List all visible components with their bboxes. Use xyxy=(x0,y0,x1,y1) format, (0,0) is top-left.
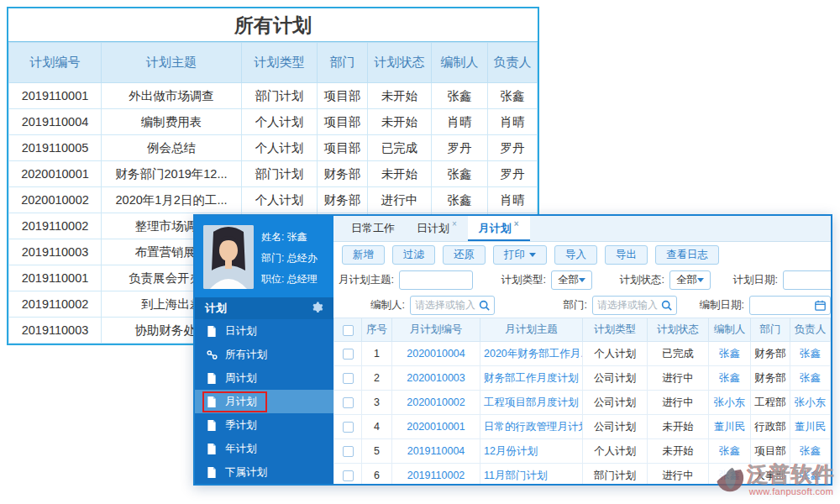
column-header[interactable]: 月计划主题 xyxy=(480,318,583,342)
plan-subject-link[interactable]: 11月部门计划 xyxy=(480,464,583,485)
close-icon[interactable]: × xyxy=(452,219,457,228)
avatar xyxy=(203,225,254,289)
cell: 外出做市场调查 xyxy=(102,83,242,109)
column-header[interactable]: 部门 xyxy=(751,318,790,342)
dept-search[interactable] xyxy=(592,296,677,315)
compile-date-from[interactable] xyxy=(749,296,831,315)
tab-日计划[interactable]: 日计划× xyxy=(406,216,468,241)
plan-type-cell: 公司计划 xyxy=(583,415,648,439)
column-header[interactable]: 计划类型 xyxy=(583,318,648,342)
sidebar-item-年计划[interactable]: 年计划 xyxy=(195,437,333,460)
compiler-link[interactable]: 张鑫 xyxy=(709,342,751,366)
row-select-cell[interactable] xyxy=(334,415,362,439)
checkbox[interactable] xyxy=(343,325,354,336)
plan-status-cell: 未开始 xyxy=(648,439,709,464)
过滤-button[interactable]: 过滤 xyxy=(392,245,435,265)
column-header[interactable]: 月计划编号 xyxy=(392,318,480,342)
compiler-input[interactable] xyxy=(415,299,475,311)
导入-button[interactable]: 导入 xyxy=(554,245,597,265)
sidebar-item-周计划[interactable]: 周计划 xyxy=(195,366,333,390)
owner-link[interactable]: 张鑫 xyxy=(790,439,831,464)
tab-日常工作[interactable]: 日常工作 xyxy=(340,216,406,241)
column-header[interactable]: 计划状态 xyxy=(648,318,709,342)
plan-number-link[interactable]: 2020010001 xyxy=(392,415,480,439)
compile-date-from-input[interactable] xyxy=(754,299,811,311)
row-select-cell[interactable] xyxy=(334,366,362,391)
owner-link[interactable]: 张鑫 xyxy=(790,366,831,391)
cell: 个人计划 xyxy=(242,135,318,161)
checkbox[interactable] xyxy=(343,397,354,408)
sidebar-item-label: 所有计划 xyxy=(225,348,267,362)
cell: 进行中 xyxy=(368,187,432,213)
column-header[interactable]: 序号 xyxy=(362,318,392,342)
plan-number-link[interactable]: 2020010004 xyxy=(392,342,480,366)
compiler-link[interactable]: 张小东 xyxy=(709,391,751,415)
checkbox[interactable] xyxy=(343,373,354,384)
plan-status-cell: 已完成 xyxy=(648,342,709,366)
chevron-down-icon xyxy=(697,278,704,282)
查看日志-button[interactable]: 查看日志 xyxy=(655,245,719,265)
checkbox[interactable] xyxy=(343,349,354,360)
row-select-cell[interactable] xyxy=(334,342,362,366)
sidebar-item-下属计划[interactable]: 下属计划 xyxy=(195,460,333,484)
compiler-search[interactable] xyxy=(410,296,495,315)
sidebar-item-月计划[interactable]: 月计划 xyxy=(195,390,333,413)
calendar-icon[interactable] xyxy=(815,300,826,311)
plan-number-link[interactable]: 2020010003 xyxy=(392,366,480,391)
checkbox[interactable] xyxy=(343,422,354,433)
close-icon[interactable]: × xyxy=(514,219,519,228)
search-icon[interactable] xyxy=(479,300,490,311)
还原-button[interactable]: 还原 xyxy=(443,245,486,265)
dept-input[interactable] xyxy=(597,299,658,311)
row-select-cell[interactable] xyxy=(334,464,362,485)
row-select-cell[interactable] xyxy=(334,391,362,415)
plan-number-link[interactable]: 2019110002 xyxy=(392,464,480,485)
plan-subject-link[interactable]: 2020年财务部工作月... xyxy=(480,342,583,366)
新增-button[interactable]: 新增 xyxy=(342,245,385,265)
plan-subject-link[interactable]: 12月份计划 xyxy=(480,439,583,464)
sidebar-section-plan[interactable]: 计划 xyxy=(195,297,333,319)
plan-subject-link[interactable]: 财务部工作月度计划 xyxy=(480,366,583,391)
sidebar-menu: 日计划所有计划周计划月计划季计划年计划下属计划 xyxy=(195,319,333,484)
plan-number-link[interactable]: 2020010002 xyxy=(392,391,480,415)
button-label: 过滤 xyxy=(403,248,424,262)
sidebar-item-label: 周计划 xyxy=(225,371,257,386)
row-select-cell[interactable] xyxy=(334,439,362,464)
plan-date-input[interactable] xyxy=(783,270,831,290)
tab-月计划[interactable]: 月计划× xyxy=(468,216,530,241)
checkbox[interactable] xyxy=(343,446,354,457)
gear-icon[interactable] xyxy=(312,302,323,315)
compiler-link[interactable]: 董川民 xyxy=(709,415,751,439)
sidebar-item-label: 下属计划 xyxy=(225,465,267,480)
select-all-header[interactable] xyxy=(334,318,362,342)
type-select[interactable]: 全部 xyxy=(551,270,592,290)
subject-input[interactable] xyxy=(399,270,473,290)
compiler-link[interactable]: 张鑫 xyxy=(709,366,751,391)
owner-link[interactable]: 张鑫 xyxy=(790,464,831,485)
sidebar-item-日计划[interactable]: 日计划 xyxy=(195,319,333,343)
compile-date-label: 编制日期: xyxy=(677,298,749,312)
plan-subject-link[interactable]: 工程项目部月度计划 xyxy=(480,391,583,415)
打印-button[interactable]: 打印 xyxy=(493,245,547,265)
owner-link[interactable]: 张小东 xyxy=(790,391,831,415)
profile-title: 职位: 总经理 xyxy=(261,269,318,290)
owner-link[interactable]: 张鑫 xyxy=(790,342,831,366)
column-header[interactable]: 负责人 xyxy=(790,318,831,342)
plan-subject-link[interactable]: 日常的行政管理月计划 xyxy=(480,415,583,439)
panel-content: 日常工作日计划×月计划× 新增过滤还原打印导入导出查看日志 月计划主题: 计划类… xyxy=(333,216,831,484)
sidebar-item-所有计划[interactable]: 所有计划 xyxy=(195,343,333,366)
compiler-link[interactable]: 张鑫 xyxy=(709,439,751,464)
search-icon[interactable] xyxy=(661,300,672,311)
sidebar: 姓名: 张鑫 部门: 总经办 职位: 总经理 计划 日计划所有计划周计划月计划季… xyxy=(195,216,333,484)
table-row: 2019110004编制费用表个人计划项目部未开始肖晴肖晴 xyxy=(9,109,538,135)
dept-cell: 财务部 xyxy=(751,342,790,366)
profile-info: 姓名: 张鑫 部门: 总经办 职位: 总经理 xyxy=(261,225,318,290)
导出-button[interactable]: 导出 xyxy=(605,245,648,265)
owner-link[interactable]: 董川民 xyxy=(790,415,831,439)
sidebar-item-季计划[interactable]: 季计划 xyxy=(195,413,333,437)
plan-number-link[interactable]: 2019110004 xyxy=(392,439,480,464)
compiler-link[interactable]: 张鑫 xyxy=(709,464,751,485)
status-select[interactable]: 全部 xyxy=(669,270,711,290)
column-header[interactable]: 编制人 xyxy=(709,318,751,342)
checkbox[interactable] xyxy=(343,470,354,481)
